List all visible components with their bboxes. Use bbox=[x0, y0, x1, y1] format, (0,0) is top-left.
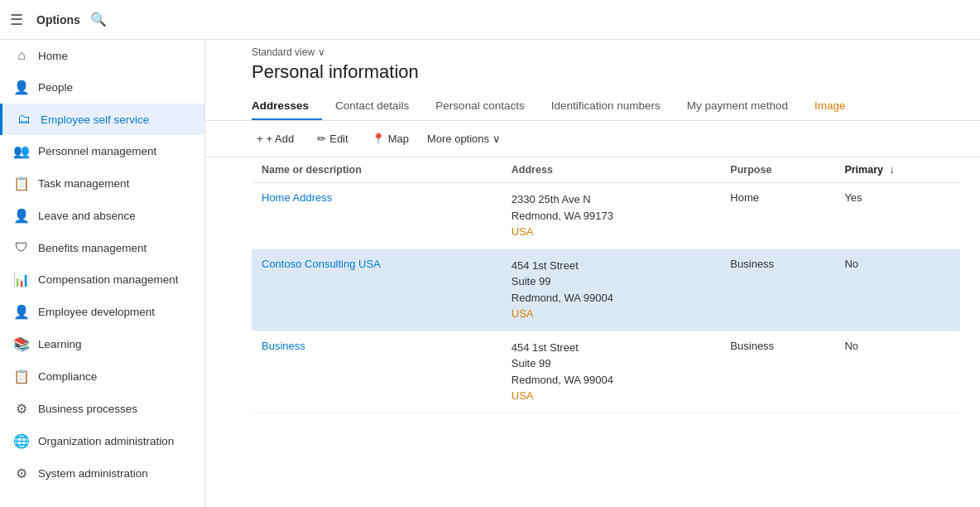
more-options-button[interactable]: More options ∨ bbox=[427, 133, 501, 145]
table-header-row: Name or description Address Purpose Prim… bbox=[252, 157, 960, 183]
chevron-down-icon: ∨ bbox=[318, 46, 325, 58]
sidebar-item-label-personnel-management: Personnel management bbox=[38, 145, 156, 157]
row-contoso-consulting-address-line-2: Redmond, WA 99004 bbox=[512, 290, 711, 307]
more-options-chevron-icon: ∨ bbox=[492, 133, 501, 145]
row-home-address-name[interactable]: Home Address bbox=[252, 183, 502, 249]
edit-icon: ✏ bbox=[317, 133, 326, 145]
sidebar-item-label-system-administration: System administration bbox=[38, 467, 148, 480]
tabs-bar: AddressesContact detailsPersonal contact… bbox=[252, 93, 960, 120]
sidebar-item-label-home: Home bbox=[38, 50, 68, 62]
tab-my-payment-method[interactable]: My payment method bbox=[674, 93, 801, 120]
sidebar-item-employee-development[interactable]: 👤Employee development bbox=[0, 296, 204, 328]
row-home-address-primary: Yes bbox=[834, 183, 960, 249]
row-contoso-consulting-address-line-1: Suite 99 bbox=[512, 273, 711, 290]
sidebar-item-label-employee-self-service: Employee self service bbox=[41, 113, 149, 126]
sidebar-item-leave-and-absence[interactable]: 👤Leave and absence bbox=[0, 200, 204, 232]
employee-self-service-icon: 🗂 bbox=[16, 112, 32, 127]
sidebar-item-business-processes[interactable]: ⚙Business processes bbox=[0, 393, 204, 425]
row-business-address-line-2: Redmond, WA 99004 bbox=[512, 372, 711, 389]
tab-personal-contacts[interactable]: Personal contacts bbox=[422, 93, 537, 120]
table-row: Business454 1st StreetSuite 99Redmond, W… bbox=[252, 331, 960, 413]
page-title: Personal information bbox=[252, 61, 960, 83]
sidebar-item-label-employee-development: Employee development bbox=[38, 306, 155, 318]
compensation-management-icon: 📊 bbox=[13, 272, 30, 287]
row-home-address-address-line-1: Redmond, WA 99173 bbox=[512, 208, 711, 225]
map-icon: 📍 bbox=[372, 133, 385, 145]
standard-view-label: Standard view bbox=[252, 46, 315, 58]
options-label: Options bbox=[36, 13, 80, 27]
col-purpose-header[interactable]: Purpose bbox=[720, 157, 834, 183]
hamburger-icon[interactable]: ☰ bbox=[10, 11, 23, 29]
tab-identification-numbers[interactable]: Identification numbers bbox=[538, 93, 674, 120]
people-icon: 👤 bbox=[13, 80, 30, 95]
tab-contact-details[interactable]: Contact details bbox=[322, 93, 422, 120]
col-address-header[interactable]: Address bbox=[502, 157, 721, 183]
top-bar: ☰ Options 🔍 bbox=[0, 0, 980, 40]
row-contoso-consulting-primary: No bbox=[834, 249, 960, 331]
home-icon: ⌂ bbox=[13, 48, 30, 63]
sidebar-item-label-task-management: Task management bbox=[38, 177, 129, 190]
content-header: Standard view ∨ Personal information Add… bbox=[205, 40, 980, 121]
add-button[interactable]: + + Add bbox=[252, 129, 299, 148]
sidebar-item-learning[interactable]: 📚Learning bbox=[0, 328, 204, 360]
row-contoso-consulting-address-line-0: 454 1st Street bbox=[512, 258, 711, 274]
sidebar-item-benefits-management[interactable]: 🛡Benefits management bbox=[0, 232, 204, 263]
sidebar-item-compliance[interactable]: 📋Compliance bbox=[0, 360, 204, 393]
row-home-address-address-line-0: 2330 25th Ave N bbox=[512, 191, 711, 208]
employee-development-icon: 👤 bbox=[13, 304, 30, 320]
compliance-icon: 📋 bbox=[13, 369, 30, 384]
table-row: Home Address2330 25th Ave NRedmond, WA 9… bbox=[252, 183, 960, 249]
table-row: Contoso Consulting USA454 1st StreetSuit… bbox=[252, 249, 960, 331]
main-layout: ⌂Home👤People🗂Employee self service👥Perso… bbox=[0, 40, 980, 507]
row-business-purpose: Business bbox=[720, 331, 834, 413]
map-button[interactable]: 📍 Map bbox=[367, 129, 414, 148]
sidebar-item-organization-administration[interactable]: 🌐Organization administration bbox=[0, 425, 204, 457]
search-icon[interactable]: 🔍 bbox=[90, 12, 107, 27]
addresses-table-container: Name or description Address Purpose Prim… bbox=[205, 157, 980, 413]
row-contoso-consulting-purpose: Business bbox=[720, 249, 834, 331]
sidebar-item-home[interactable]: ⌂Home bbox=[0, 40, 204, 71]
sidebar-item-system-administration[interactable]: ⚙System administration bbox=[0, 457, 204, 490]
sidebar-item-task-management[interactable]: 📋Task management bbox=[0, 167, 204, 200]
sidebar-item-label-compliance: Compliance bbox=[38, 370, 97, 383]
benefits-management-icon: 🛡 bbox=[13, 240, 30, 255]
col-primary-header[interactable]: Primary ↓ bbox=[834, 157, 960, 183]
edit-button[interactable]: ✏ Edit bbox=[312, 129, 353, 148]
add-icon: + bbox=[257, 133, 263, 145]
sort-arrow-icon: ↓ bbox=[889, 164, 894, 176]
sidebar-item-label-organization-administration: Organization administration bbox=[38, 435, 174, 447]
sidebar: ⌂Home👤People🗂Employee self service👥Perso… bbox=[0, 40, 205, 507]
personnel-management-icon: 👥 bbox=[13, 143, 30, 159]
sidebar-item-label-benefits-management: Benefits management bbox=[38, 242, 147, 254]
row-business-address-line-1: Suite 99 bbox=[512, 355, 711, 372]
sidebar-item-label-business-processes: Business processes bbox=[38, 403, 137, 415]
col-name-header[interactable]: Name or description bbox=[252, 157, 502, 183]
task-management-icon: 📋 bbox=[13, 176, 30, 191]
row-home-address-address-line-2: USA bbox=[512, 224, 711, 240]
business-processes-icon: ⚙ bbox=[13, 401, 30, 417]
system-administration-icon: ⚙ bbox=[13, 466, 30, 481]
sidebar-item-people[interactable]: 👤People bbox=[0, 71, 204, 104]
more-options-label: More options bbox=[427, 133, 489, 145]
sidebar-item-compensation-management[interactable]: 📊Compensation management bbox=[0, 263, 204, 296]
row-home-address-purpose: Home bbox=[720, 183, 834, 249]
content-area: Standard view ∨ Personal information Add… bbox=[205, 40, 980, 507]
sidebar-item-label-people: People bbox=[38, 81, 73, 94]
organization-administration-icon: 🌐 bbox=[13, 433, 30, 449]
addresses-table: Name or description Address Purpose Prim… bbox=[252, 157, 960, 413]
learning-icon: 📚 bbox=[13, 336, 30, 352]
standard-view-selector[interactable]: Standard view ∨ bbox=[252, 46, 960, 58]
row-business-address: 454 1st StreetSuite 99Redmond, WA 99004U… bbox=[502, 331, 721, 413]
row-business-name[interactable]: Business bbox=[252, 331, 502, 413]
tab-addresses[interactable]: Addresses bbox=[252, 93, 322, 120]
sidebar-item-label-compensation-management: Compensation management bbox=[38, 273, 179, 286]
row-business-primary: No bbox=[834, 331, 960, 413]
sidebar-item-employee-self-service[interactable]: 🗂Employee self service bbox=[0, 104, 204, 135]
leave-and-absence-icon: 👤 bbox=[13, 208, 30, 224]
row-contoso-consulting-address-line-3: USA bbox=[512, 306, 711, 322]
tab-image[interactable]: Image bbox=[801, 93, 859, 120]
sidebar-item-personnel-management[interactable]: 👥Personnel management bbox=[0, 135, 204, 167]
sidebar-item-label-learning: Learning bbox=[38, 338, 82, 350]
row-business-address-line-3: USA bbox=[512, 388, 711, 404]
row-contoso-consulting-name[interactable]: Contoso Consulting USA bbox=[252, 249, 502, 331]
